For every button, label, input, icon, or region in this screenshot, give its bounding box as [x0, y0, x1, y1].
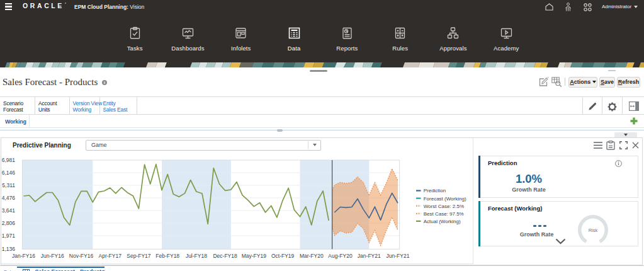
svg-text:Nov-FY16: Nov-FY16	[69, 253, 94, 259]
svg-text:Mar-FY20: Mar-FY20	[300, 253, 324, 259]
svg-text:1,971: 1,971	[2, 233, 16, 239]
svg-text:Oct-FY19: Oct-FY19	[271, 253, 295, 259]
svg-text:Aug-FY20: Aug-FY20	[328, 253, 353, 259]
svg-text:Apr-FY17: Apr-FY17	[99, 253, 122, 259]
svg-text:2,806: 2,806	[2, 220, 16, 226]
svg-text:Best Case: 97.5%: Best Case: 97.5%	[424, 211, 464, 217]
svg-text:May-FY19: May-FY19	[242, 253, 266, 259]
svg-text:Jun-FY21: Jun-FY21	[387, 253, 410, 259]
svg-text:6,981: 6,981	[2, 157, 16, 163]
svg-text:Jul-FY18: Jul-FY18	[186, 253, 207, 259]
svg-text:Jan-FY16: Jan-FY16	[12, 253, 35, 259]
svg-text:Dec-FY18: Dec-FY18	[213, 253, 237, 259]
svg-text:Actual (Working): Actual (Working)	[424, 219, 461, 224]
svg-text:Jun-FY16: Jun-FY16	[41, 253, 64, 259]
svg-text:5,311: 5,311	[2, 182, 15, 188]
svg-text:Sep-FY17: Sep-FY17	[127, 253, 151, 259]
svg-text:Feb-FY18: Feb-FY18	[155, 253, 179, 259]
svg-text:6,146: 6,146	[2, 170, 16, 176]
svg-text:Jan-FY21: Jan-FY21	[358, 253, 381, 259]
svg-text:3,641: 3,641	[2, 207, 16, 214]
svg-text:1,136: 1,136	[2, 246, 16, 252]
svg-text:Risk: Risk	[589, 228, 598, 233]
svg-text:Forecast (Working): Forecast (Working)	[424, 196, 466, 202]
svg-text:Worst Case: 2.5%: Worst Case: 2.5%	[424, 204, 464, 209]
svg-text:Prediction: Prediction	[424, 188, 446, 193]
svg-text:4,476: 4,476	[2, 195, 16, 201]
